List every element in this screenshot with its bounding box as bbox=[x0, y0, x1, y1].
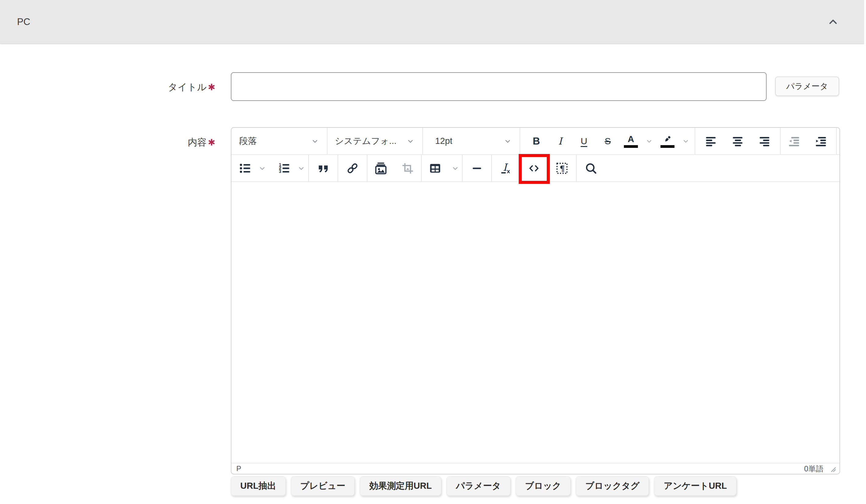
crop-image-button[interactable] bbox=[394, 155, 421, 181]
strikethrough-icon: S bbox=[605, 136, 611, 146]
font-family-select-value: システムフォ... bbox=[335, 135, 397, 147]
chevron-down-icon bbox=[258, 164, 267, 173]
text-color-swatch bbox=[624, 145, 638, 148]
crop-icon bbox=[401, 161, 415, 175]
bullet-list-icon bbox=[238, 161, 252, 175]
footer-button-parameter[interactable]: パラメータ bbox=[446, 476, 510, 496]
chevron-down-icon bbox=[503, 137, 512, 146]
pc-panel-header: PC bbox=[0, 0, 864, 44]
footer-button-preview[interactable]: プレビュー bbox=[291, 476, 355, 496]
svg-text:3: 3 bbox=[279, 169, 281, 174]
collapse-panel-button[interactable] bbox=[823, 13, 843, 31]
text-color-icon: A bbox=[624, 134, 638, 148]
toolbar-separator bbox=[520, 128, 520, 154]
bullet-list-menu-button[interactable] bbox=[255, 155, 269, 181]
paragraph-select[interactable]: 段落 bbox=[231, 128, 327, 154]
link-button[interactable] bbox=[338, 155, 367, 181]
italic-button[interactable]: I bbox=[548, 128, 572, 154]
highlight-color-swatch bbox=[660, 145, 675, 148]
footer-button-survey-url[interactable]: アンケートURL bbox=[654, 476, 736, 496]
title-label-text: タイトル bbox=[168, 82, 207, 92]
search-icon bbox=[584, 161, 598, 175]
insert-image-button[interactable] bbox=[367, 155, 394, 181]
horizontal-rule-button[interactable] bbox=[463, 155, 491, 181]
clear-formatting-icon: Ix bbox=[499, 161, 513, 175]
link-icon bbox=[345, 161, 359, 175]
content-field-label: 内容✱ bbox=[91, 136, 215, 149]
italic-icon: I bbox=[558, 135, 562, 147]
title-field-label: タイトル✱ bbox=[91, 81, 215, 93]
chevron-down-icon bbox=[645, 137, 654, 145]
show-blocks-icon: ¶ bbox=[555, 161, 569, 175]
bold-button[interactable]: B bbox=[524, 128, 548, 154]
align-left-button[interactable] bbox=[698, 128, 724, 154]
blockquote-button[interactable] bbox=[309, 155, 337, 181]
title-required-marker: ✱ bbox=[208, 82, 215, 92]
indent-icon bbox=[814, 134, 828, 148]
source-code-button[interactable] bbox=[520, 155, 548, 181]
paragraph-select-value: 段落 bbox=[239, 135, 257, 147]
title-parameter-button[interactable]: パラメータ bbox=[775, 77, 839, 96]
chevron-down-icon bbox=[310, 137, 320, 146]
footer-button-url-extract[interactable]: URL抽出 bbox=[231, 476, 286, 496]
chevron-up-icon bbox=[826, 15, 840, 29]
clear-formatting-button[interactable]: Ix bbox=[492, 155, 520, 181]
text-color-letter: A bbox=[628, 134, 634, 144]
chevron-down-icon bbox=[406, 137, 415, 146]
highlighter-icon bbox=[660, 134, 675, 148]
align-right-button[interactable] bbox=[751, 128, 778, 154]
chevron-down-icon bbox=[681, 137, 690, 145]
blockquote-icon bbox=[317, 161, 330, 175]
editor-statusbar: P 0単語 bbox=[231, 463, 840, 474]
align-center-icon bbox=[731, 134, 745, 148]
chevron-down-icon bbox=[451, 164, 460, 173]
highlight-color-button[interactable] bbox=[656, 128, 679, 154]
code-icon bbox=[527, 161, 541, 175]
table-menu-button[interactable] bbox=[448, 155, 462, 181]
bullet-list-button[interactable] bbox=[235, 155, 255, 181]
outdent-icon bbox=[787, 134, 801, 148]
strikethrough-button[interactable]: S bbox=[596, 128, 620, 154]
numbered-list-menu-button[interactable] bbox=[294, 155, 308, 181]
text-color-button[interactable]: A bbox=[620, 128, 642, 154]
font-size-select[interactable]: 12pt bbox=[423, 128, 520, 154]
show-blocks-button[interactable]: ¶ bbox=[548, 155, 576, 181]
bold-icon: B bbox=[533, 135, 540, 147]
text-color-menu-button[interactable] bbox=[642, 128, 656, 154]
align-left-icon bbox=[704, 134, 718, 148]
table-button[interactable] bbox=[422, 155, 448, 181]
numbered-list-button[interactable]: 123 bbox=[274, 155, 294, 181]
content-required-marker: ✱ bbox=[208, 137, 215, 147]
editor-footer-buttons: URL抽出 プレビュー 効果測定用URL パラメータ ブロック ブロックタグ ア… bbox=[231, 476, 736, 496]
font-size-select-value: 12pt bbox=[435, 136, 452, 146]
font-family-select[interactable]: システムフォ... bbox=[327, 128, 422, 154]
element-path[interactable]: P bbox=[236, 464, 241, 473]
content-label-text: 内容 bbox=[188, 137, 207, 148]
page: PC タイトル✱ パラメータ 内容✱ 段落 システムフォ... 12pt bbox=[0, 0, 866, 504]
outdent-button[interactable] bbox=[781, 128, 808, 154]
align-right-icon bbox=[758, 134, 771, 148]
svg-text:¶: ¶ bbox=[559, 164, 565, 173]
highlight-color-menu-button[interactable] bbox=[679, 128, 693, 154]
rich-text-editor: 段落 システムフォ... 12pt B I U S A bbox=[231, 127, 840, 474]
toolbar-separator bbox=[836, 128, 837, 154]
chevron-down-icon bbox=[297, 164, 306, 173]
table-icon bbox=[428, 161, 442, 175]
underline-icon: U bbox=[580, 136, 587, 146]
title-input[interactable] bbox=[231, 72, 767, 101]
word-count[interactable]: 0単語 bbox=[804, 464, 824, 474]
svg-text:x: x bbox=[507, 168, 510, 175]
image-icon bbox=[374, 161, 388, 175]
footer-button-block-tag[interactable]: ブロックタグ bbox=[576, 476, 649, 496]
resize-handle[interactable] bbox=[829, 465, 836, 473]
footer-button-tracking-url[interactable]: 効果測定用URL bbox=[360, 476, 441, 496]
underline-button[interactable]: U bbox=[572, 128, 596, 154]
footer-button-block[interactable]: ブロック bbox=[515, 476, 571, 496]
numbered-list-icon: 123 bbox=[277, 161, 291, 175]
indent-button[interactable] bbox=[808, 128, 834, 154]
align-center-button[interactable] bbox=[724, 128, 751, 154]
editor-content-area[interactable] bbox=[231, 182, 840, 463]
search-button[interactable] bbox=[577, 155, 605, 181]
panel-title: PC bbox=[17, 16, 30, 27]
toolbar-row-2: 123 bbox=[231, 155, 840, 182]
